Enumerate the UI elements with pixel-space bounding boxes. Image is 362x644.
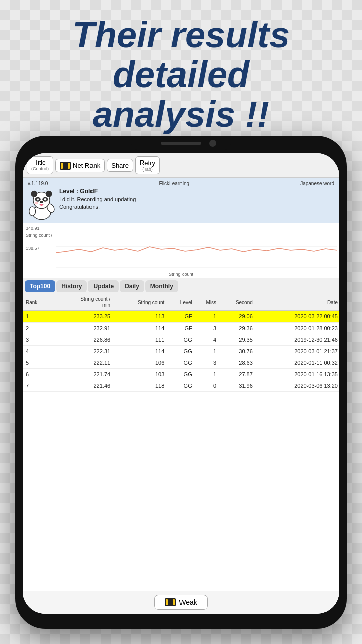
- svg-point-9: [44, 198, 47, 201]
- table-row: 7221.46118GG031.962020-03-06 13:20: [23, 380, 339, 392]
- weak-film-icon: [165, 598, 176, 606]
- svg-point-1: [29, 207, 36, 216]
- phone-speaker: [161, 142, 201, 145]
- phone-frame: Title (Control) Net Rank Share Retry (Ta…: [15, 136, 347, 629]
- tab-top100[interactable]: Top100: [25, 280, 55, 292]
- tab-history[interactable]: History: [56, 280, 87, 292]
- svg-point-11: [35, 202, 38, 205]
- chart-area: 340.91 String count / 138.57 String coun…: [23, 223, 339, 278]
- film-icon: [60, 162, 71, 170]
- col-level: Level: [166, 294, 193, 311]
- toolbar: Title (Control) Net Rank Share Retry (Ta…: [23, 153, 339, 178]
- cell-rank: 3: [23, 334, 52, 346]
- table-row: 6221.74103GG127.872020-01-16 13:35: [23, 369, 339, 380]
- tab-monthly[interactable]: Monthly: [145, 280, 178, 292]
- info-main: Level : GoldF I did it. Recording and up…: [28, 187, 334, 220]
- col-date: Date: [254, 294, 339, 311]
- svg-point-10: [40, 201, 43, 204]
- info-row1: v.1.119.0 FlickLearning Japanese word: [28, 181, 334, 186]
- svg-point-4: [31, 191, 37, 197]
- svg-point-5: [46, 191, 52, 197]
- headline-text: Their results detailed analysis !!: [20, 15, 342, 135]
- tab-daily[interactable]: Daily: [120, 280, 144, 292]
- chart-label-left: String count /: [26, 233, 52, 238]
- chart-xlabel: String count: [169, 272, 193, 277]
- app-content: Title (Control) Net Rank Share Retry (Ta…: [23, 153, 339, 614]
- col-miss: Miss: [194, 294, 218, 311]
- netrank-button[interactable]: Net Rank: [55, 159, 105, 172]
- retry-button[interactable]: Retry (Tab): [135, 156, 160, 174]
- col-second: Second: [218, 294, 254, 311]
- cell-rank: 1: [23, 311, 52, 323]
- table-row: 3226.86111GG429.352019-12-30 21:46: [23, 334, 339, 346]
- info-bar: v.1.119.0 FlickLearning Japanese word: [23, 178, 339, 223]
- share-button[interactable]: Share: [107, 159, 133, 172]
- chart-y-bottom: 138.57: [26, 246, 40, 251]
- cell-rank: 4: [23, 346, 52, 357]
- table-row: 4222.31114GG130.762020-03-01 21:37: [23, 346, 339, 357]
- col-sc: String count: [112, 294, 166, 311]
- weak-btn-row: Weak: [23, 591, 339, 614]
- col-rank: Rank: [23, 294, 52, 311]
- panda-avatar: [28, 187, 55, 220]
- info-text: Level : GoldF I did it. Recording and up…: [59, 187, 334, 211]
- cell-rank: 7: [23, 380, 52, 392]
- cell-rank: 2: [23, 323, 52, 334]
- table-row: 2232.91114GF329.362020-01-28 00:23: [23, 323, 339, 334]
- results-table: Rank String count /min String count Leve…: [23, 294, 339, 392]
- headline-section: Their results detailed analysis !!: [0, 10, 362, 140]
- cell-rank: 5: [23, 357, 52, 369]
- table-row: 5222.11106GG328.632020-01-11 00:32: [23, 357, 339, 369]
- table-row: 1233.25113GF129.062020-03-22 00:45: [23, 311, 339, 323]
- phone-screen: Title (Control) Net Rank Share Retry (Ta…: [23, 153, 339, 614]
- chart-svg: [56, 225, 337, 268]
- phone-camera: [209, 140, 216, 147]
- title-button[interactable]: Title (Control): [27, 156, 53, 174]
- col-sc-min: String count /min: [52, 294, 112, 311]
- cell-rank: 6: [23, 369, 52, 380]
- svg-point-12: [40, 204, 43, 206]
- chart-y-top: 340.91: [26, 226, 40, 231]
- table-container: Rank String count /min String count Leve…: [23, 294, 339, 591]
- tab-update[interactable]: Update: [88, 280, 119, 292]
- weak-button[interactable]: Weak: [154, 595, 208, 610]
- tabs-row: Top100 History Update Daily Monthly: [23, 278, 339, 294]
